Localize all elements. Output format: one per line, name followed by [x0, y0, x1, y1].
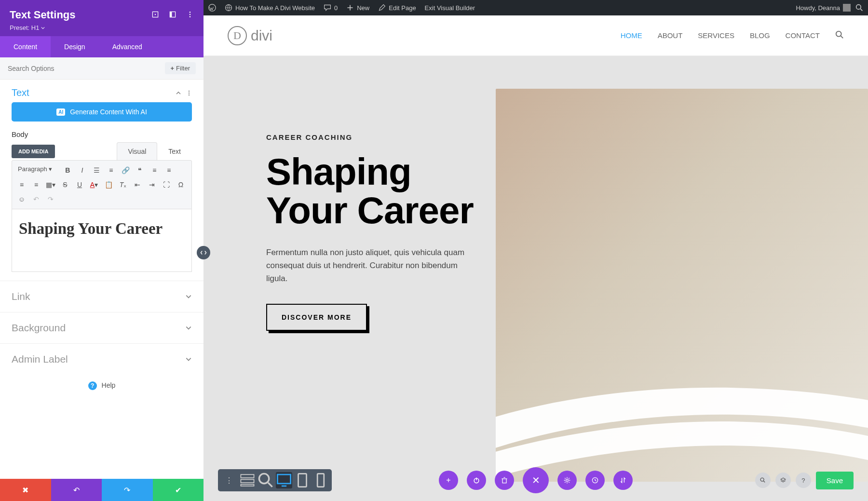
- tab-content[interactable]: Content: [0, 36, 51, 57]
- chevron-down-icon: [185, 356, 192, 363]
- help-link[interactable]: ? Help: [0, 375, 203, 397]
- align-center-icon[interactable]: ≡: [162, 163, 176, 177]
- redo-icon[interactable]: ↷: [44, 192, 57, 206]
- tab-design[interactable]: Design: [51, 36, 99, 57]
- expand-icon[interactable]: [169, 9, 176, 21]
- paste-icon[interactable]: 📋: [102, 178, 115, 191]
- align-justify-icon[interactable]: ≡: [29, 178, 43, 191]
- cancel-button[interactable]: ✖: [0, 479, 51, 501]
- align-right-icon[interactable]: ≡: [15, 178, 28, 191]
- section-text-toggle[interactable]: Text: [0, 80, 203, 102]
- underline-icon[interactable]: U: [73, 178, 86, 191]
- comments-count: 0: [334, 4, 338, 12]
- bullet-list-icon[interactable]: ☰: [90, 163, 103, 177]
- close-builder-button[interactable]: ✕: [523, 467, 549, 493]
- italic-icon[interactable]: I: [75, 163, 89, 177]
- delete-button[interactable]: [495, 471, 514, 490]
- preset-label: Preset: H1: [10, 24, 39, 31]
- number-list-icon[interactable]: ≡: [104, 163, 118, 177]
- chevron-down-icon: [185, 293, 192, 300]
- special-char-icon[interactable]: Ω: [174, 178, 188, 191]
- accordion-background[interactable]: Background: [0, 312, 203, 343]
- add-module-button[interactable]: +: [439, 471, 458, 490]
- responsive-icon[interactable]: [151, 9, 159, 21]
- site-title-link[interactable]: How To Make A Divi Website: [225, 4, 315, 12]
- confirm-button[interactable]: ✔: [153, 479, 204, 501]
- table-icon[interactable]: ▦▾: [44, 178, 57, 191]
- search-input[interactable]: [8, 65, 165, 72]
- chevron-down-icon: [185, 325, 192, 331]
- panel-title-text: Text Settings: [10, 9, 76, 21]
- help-builder-icon[interactable]: ?: [796, 473, 811, 488]
- site-title-text: How To Make A Divi Website: [235, 4, 315, 12]
- edit-page-link[interactable]: Edit Page: [378, 4, 416, 12]
- generate-ai-button[interactable]: AI Generate Content With AI: [12, 102, 192, 122]
- settings-sidebar: Text Settings Preset: H1 Content Design …: [0, 0, 203, 501]
- search-builder-icon[interactable]: [755, 473, 771, 488]
- nav-blog[interactable]: BLOG: [750, 31, 770, 40]
- undo-icon[interactable]: ↶: [29, 192, 43, 206]
- link-icon[interactable]: 🔗: [119, 163, 132, 177]
- discover-more-button[interactable]: DISCOVER MORE: [266, 304, 367, 331]
- more-vertical-icon[interactable]: [186, 90, 192, 96]
- text-color-icon[interactable]: A▾: [87, 178, 101, 191]
- format-select[interactable]: Paragraph ▾: [15, 163, 60, 177]
- nav-about[interactable]: ABOUT: [658, 31, 683, 40]
- save-button[interactable]: Save: [816, 472, 854, 489]
- nav-contact[interactable]: CONTACT: [786, 31, 820, 40]
- editor-tab-visual[interactable]: Visual: [117, 142, 157, 160]
- nav-search-icon[interactable]: [835, 30, 844, 41]
- avatar-icon: [843, 4, 851, 12]
- wp-logo-icon[interactable]: [208, 4, 216, 12]
- mobile-icon[interactable]: [312, 472, 329, 488]
- comments-link[interactable]: 0: [324, 4, 338, 12]
- align-left-icon[interactable]: ≡: [148, 163, 161, 177]
- emoji-icon[interactable]: ☺: [15, 192, 28, 206]
- quote-icon[interactable]: ❝: [133, 163, 147, 177]
- filter-button[interactable]: + Filter: [165, 62, 196, 74]
- admin-search-icon[interactable]: [855, 4, 863, 12]
- accordion-link[interactable]: Link: [0, 281, 203, 312]
- redo-button[interactable]: ↷: [102, 479, 153, 501]
- history-button[interactable]: [585, 471, 605, 490]
- editor-heading: Shaping Your Career: [19, 219, 185, 239]
- bold-icon[interactable]: B: [61, 163, 74, 177]
- power-button[interactable]: [467, 471, 486, 490]
- svg-rect-20: [317, 474, 324, 487]
- desktop-icon[interactable]: [276, 472, 292, 488]
- nav-home[interactable]: HOME: [621, 31, 642, 40]
- exit-builder-link[interactable]: Exit Visual Builder: [425, 4, 475, 12]
- swap-button[interactable]: [613, 471, 633, 490]
- more-icon[interactable]: [186, 9, 194, 21]
- tablet-icon[interactable]: [294, 472, 311, 488]
- accordion-admin-label[interactable]: Admin Label: [0, 343, 203, 375]
- svg-point-12: [189, 94, 190, 95]
- zoom-icon[interactable]: [258, 472, 274, 488]
- strikethrough-icon[interactable]: S: [58, 178, 72, 191]
- resize-handle[interactable]: [197, 246, 210, 259]
- svg-point-8: [190, 14, 191, 15]
- site-logo[interactable]: D divi: [228, 26, 272, 45]
- tab-advanced[interactable]: Advanced: [99, 36, 156, 57]
- add-media-button[interactable]: ADD MEDIA: [12, 145, 55, 158]
- wireframe-icon[interactable]: [239, 472, 256, 488]
- more-options-icon[interactable]: ⋮: [221, 472, 237, 488]
- hero-image: [496, 89, 868, 482]
- layers-icon[interactable]: [775, 473, 791, 488]
- nav-services[interactable]: SERVICES: [698, 31, 734, 40]
- svg-point-4: [155, 14, 156, 15]
- hero-heading: Shaping Your Career: [266, 153, 476, 230]
- fullscreen-icon[interactable]: ⛶: [160, 178, 173, 191]
- indent-icon[interactable]: ⇥: [145, 178, 159, 191]
- settings-button[interactable]: [557, 471, 577, 490]
- preset-dropdown[interactable]: Preset: H1: [10, 24, 194, 31]
- undo-button[interactable]: ↶: [51, 479, 102, 501]
- site-header: D divi HOME ABOUT SERVICES BLOG CONTACT: [203, 15, 868, 56]
- user-greeting[interactable]: Howdy, Deanna: [796, 4, 851, 12]
- new-label: New: [357, 4, 369, 12]
- editor-content-area[interactable]: Shaping Your Career: [12, 209, 192, 272]
- editor-tab-text[interactable]: Text: [157, 142, 192, 160]
- new-link[interactable]: New: [346, 4, 369, 12]
- clear-format-icon[interactable]: Tₓ: [116, 178, 130, 191]
- outdent-icon[interactable]: ⇤: [131, 178, 144, 191]
